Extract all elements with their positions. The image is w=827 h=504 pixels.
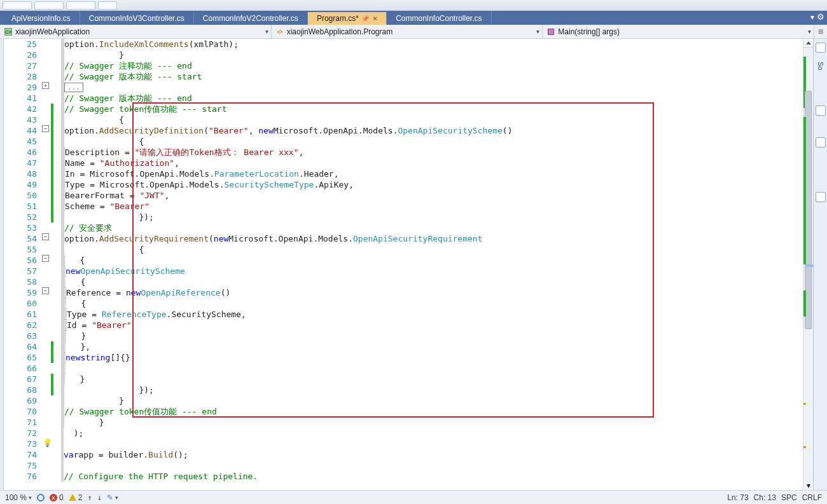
code-line[interactable]: { [61,136,803,147]
code-line[interactable]: BearerFormat = "JWT", [61,190,803,201]
code-line[interactable]: Name = "Authorization", [61,158,803,168]
gutter-row[interactable]: 47 [4,158,61,168]
fold-toggle-icon[interactable]: − [42,125,49,132]
toolbar-control[interactable] [66,1,95,10]
gutter-row[interactable]: 42 [4,104,61,114]
toolbar-control[interactable] [34,1,64,10]
tab-overflow-icon[interactable]: ▾ [810,13,814,22]
gutter-row[interactable]: 58 [4,276,61,287]
code-line[interactable]: // Swagger token传值功能 --- end [61,406,803,417]
gutter-row[interactable]: 29+ [4,82,61,93]
gutter-row[interactable]: 75 [4,460,61,471]
file-tab-commoninfo[interactable]: CommonInfoController.cs [387,12,491,25]
gutter-row[interactable]: 48 [4,168,61,179]
code-line[interactable]: // Swagger 注释功能 --- end [61,60,803,71]
code-line[interactable]: // Swagger 版本功能 --- end [61,93,803,104]
gutter-row[interactable]: 54− [4,233,61,244]
gutter-row[interactable]: 41 [4,93,61,104]
gutter-row[interactable]: 62 [4,320,61,330]
gutter-row[interactable]: 45 [4,136,61,147]
overview-ruler[interactable]: ▾ [803,39,813,490]
code-line[interactable]: ); [61,428,803,439]
code-line[interactable]: }, [61,341,803,352]
zoom-selector[interactable]: 100 % ▾ [5,493,32,502]
code-line[interactable]: new OpenApiSecurityScheme [61,266,803,276]
code-line[interactable]: Type = Microsoft.OpenApi.Models.Security… [61,179,803,190]
toolbar-control[interactable] [98,1,117,10]
code-line[interactable]: } [61,50,803,60]
code-surface[interactable]: option.IncludeXmlComments(xmlPath); } //… [61,39,803,490]
gutter-row[interactable]: 51 [4,201,61,212]
gear-icon[interactable]: ⚙ [817,12,824,22]
code-line[interactable]: In = Microsoft.OpenApi.Models.ParameterL… [61,168,803,179]
code-line[interactable]: ... [61,82,803,93]
code-line[interactable] [61,460,803,471]
gutter-row[interactable]: 26 [4,50,61,60]
file-tab-apiversioninfo[interactable]: ApiVersionInfo.cs [3,12,80,25]
gutter-row[interactable]: 27 [4,60,61,71]
gutter-row[interactable]: 53 [4,222,61,233]
toolwindow-label[interactable]: So [817,59,824,70]
code-line[interactable]: option.AddSecurityDefinition("Bearer", n… [61,125,803,136]
gutter-row[interactable]: 63 [4,330,61,341]
gutter-row[interactable]: 43 [4,114,61,125]
gutter-row[interactable]: 76 [4,471,61,482]
gutter-row[interactable]: 52 [4,212,61,222]
pen-icon[interactable]: ✎ [107,493,113,502]
indent-mode[interactable]: SPC [781,493,797,502]
file-tab-program-active[interactable]: Program.cs* 📌 × [308,12,387,25]
gutter-row[interactable]: 61 [4,309,61,320]
nav-class-dropdown[interactable]: 🝰 xiaojinWebApplication.Program ▾ [272,25,543,38]
caret-char[interactable]: Ch: 13 [754,493,776,502]
code-line[interactable]: // Swagger token传值功能 --- start [61,104,803,114]
gutter-row[interactable]: 72 [4,428,61,439]
line-number-gutter[interactable]: 2526272829+41424344−45464748495051525354… [4,39,61,490]
code-line[interactable]: } [61,330,803,341]
code-line[interactable]: // Swagger 版本功能 --- start [61,71,803,82]
toolwindow-icon[interactable] [816,43,826,53]
gutter-row[interactable]: 69 [4,395,61,406]
gutter-row[interactable]: 57 [4,266,61,276]
code-line[interactable]: { [61,255,803,266]
code-line[interactable]: Type = ReferenceType.SecurityScheme, [61,309,803,320]
gutter-row[interactable]: 66 [4,363,61,374]
toolwindow-icon[interactable] [816,106,826,116]
code-line[interactable] [61,363,803,374]
code-line[interactable]: option.IncludeXmlComments(xmlPath); [61,39,803,50]
nav-down-icon[interactable]: ↓ [97,493,102,502]
gutter-row[interactable]: 46 [4,147,61,158]
gutter-row[interactable]: 25 [4,39,61,50]
gutter-row[interactable]: 49 [4,179,61,190]
toolwindow-icon[interactable] [816,192,826,202]
toolwindow-icon[interactable] [816,137,826,147]
code-line[interactable]: var app = builder.Build(); [61,449,803,460]
code-line[interactable]: } [61,417,803,428]
gutter-row[interactable]: 65 [4,352,61,363]
code-line[interactable]: new string[]{} [61,352,803,363]
code-line[interactable]: { [61,244,803,255]
file-tab-commoninfov3[interactable]: CommonInfoV3Controller.cs [80,12,194,25]
gutter-row[interactable]: 55 [4,244,61,255]
file-tab-commoninfov2[interactable]: CommonInfoV2Controller.cs [194,12,308,25]
close-icon[interactable]: × [373,14,377,23]
gutter-row[interactable]: 44− [4,125,61,136]
scrollbar-track[interactable] [803,48,813,481]
health-indicator[interactable] [37,494,45,501]
code-line[interactable]: } [61,395,803,406]
nav-up-icon[interactable]: ↑ [87,493,92,502]
caret-line[interactable]: Ln: 73 [727,493,748,502]
fold-toggle-icon[interactable]: + [42,82,49,89]
gutter-row[interactable]: 64 [4,341,61,352]
pin-icon[interactable]: 📌 [361,15,369,22]
error-count[interactable]: x0 [50,493,64,502]
code-line[interactable]: Id = "Bearer" [61,320,803,330]
code-line[interactable]: { [61,114,803,125]
code-line[interactable]: option.AddSecurityRequirement(new Micros… [61,233,803,244]
code-line[interactable]: { [61,298,803,309]
line-ending[interactable]: CRLF [802,493,822,502]
code-line[interactable]: Scheme = "Bearer" [61,201,803,212]
fold-toggle-icon[interactable]: − [42,287,49,294]
fold-toggle-icon[interactable]: − [42,233,49,240]
collapsed-region[interactable]: ... [64,83,83,92]
nav-member-dropdown[interactable]: Main(string[] args) ▾ [543,25,814,38]
